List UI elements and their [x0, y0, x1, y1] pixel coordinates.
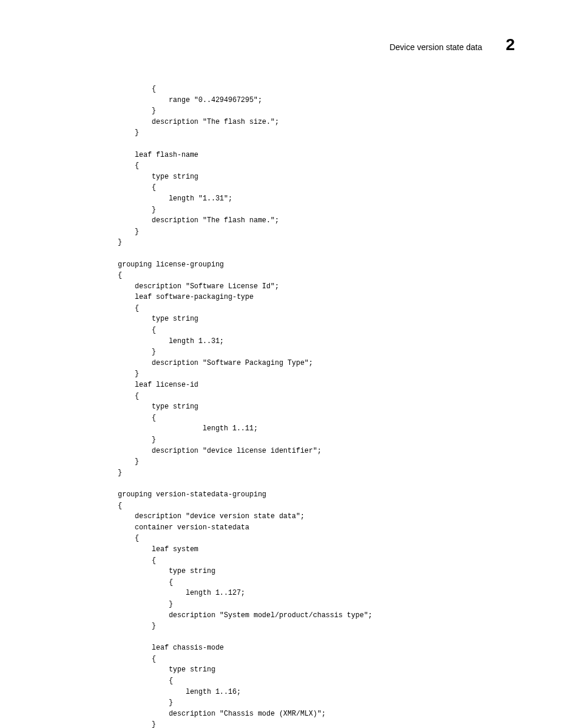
- header-title: Device version state data: [389, 42, 482, 52]
- page-header: Device version state data 2: [47, 35, 515, 54]
- chapter-number: 2: [505, 35, 515, 54]
- page-container: Device version state data 2 { range "0..…: [0, 0, 562, 728]
- yang-code-block: { range "0..4294967295"; } description "…: [118, 84, 515, 728]
